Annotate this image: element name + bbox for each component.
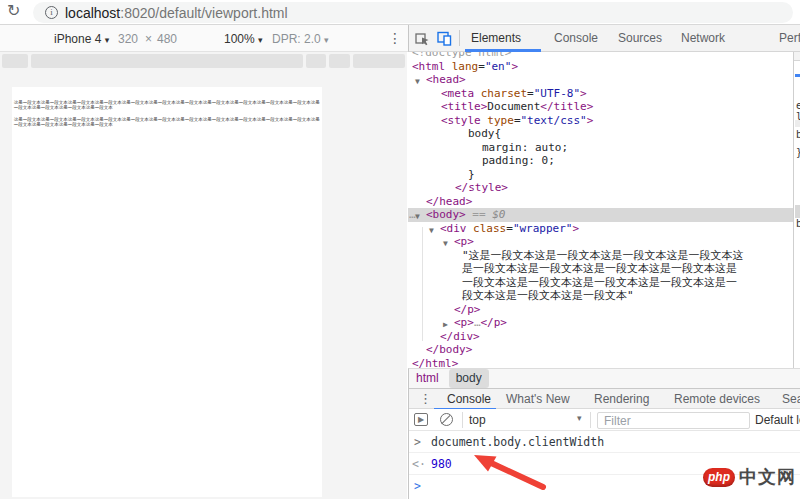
devtools-tab-console[interactable]: Console xyxy=(554,25,598,51)
code-token: </div> xyxy=(440,330,480,343)
tree-line[interactable]: </body> xyxy=(408,343,793,357)
device-toolbar-menu-icon[interactable]: ⋮ xyxy=(388,30,402,46)
code-token: "UTF-8" xyxy=(534,87,580,100)
device-emulation-area: 这是一段文本这是一段文本这是一段文本这是一段文本这是一段文本这是一段文本这是一段… xyxy=(0,52,407,499)
code-token: Document xyxy=(487,100,540,113)
code-token: <html xyxy=(412,60,445,73)
devtools-tab-performan[interactable]: Performan xyxy=(779,25,800,51)
tree-line[interactable]: …▼<body> == $0 xyxy=(408,208,793,222)
code-token: = xyxy=(514,114,521,127)
code-token: "en" xyxy=(485,60,512,73)
code-token: = xyxy=(478,60,485,73)
styles-sidebar-sliver: elb}b xyxy=(793,52,800,368)
tree-line[interactable]: </style> xyxy=(408,181,793,195)
code-token: <p> xyxy=(454,316,474,329)
devtools-tab-sources[interactable]: Sources xyxy=(618,25,662,51)
context-select[interactable]: top xyxy=(469,413,486,427)
log-levels-select[interactable]: Default le xyxy=(755,413,800,427)
code-token: <body> xyxy=(426,208,466,221)
divider xyxy=(459,30,460,46)
breadcrumb-item-body[interactable]: body xyxy=(449,369,489,388)
tree-line[interactable]: } xyxy=(408,168,793,182)
browser-address-bar: ↻ i localhost:8020/default/viewport.html xyxy=(0,0,800,25)
code-token: </p> xyxy=(454,303,481,316)
console-toolbar: ▶ top ▾ Default le xyxy=(409,409,800,431)
tree-line[interactable]: <title>Document</title> xyxy=(408,100,793,114)
drawer-tab-rendering[interactable]: Rendering xyxy=(594,389,649,409)
red-arrow-annotation xyxy=(455,447,575,499)
page-info-icon[interactable]: i xyxy=(45,6,58,19)
dpr-select[interactable]: DPR: 2.0 ▾ xyxy=(272,32,329,46)
tree-line[interactable]: ▼<div class="wrapper"> xyxy=(408,222,793,236)
php-logo: php xyxy=(703,468,735,487)
tree-line[interactable]: "这是一段文本这是一段文本这是一段文本这是一段文本这是一段文本这是一段文本这是一… xyxy=(408,249,744,303)
code-token: margin: auto; xyxy=(482,141,568,154)
drawer-tab-console[interactable]: Console xyxy=(447,389,491,409)
console-return-icon: <· xyxy=(412,457,426,471)
tree-line[interactable]: </div> xyxy=(408,330,793,344)
drawer-tab-sea[interactable]: Sea xyxy=(782,389,800,409)
code-token: <p> xyxy=(454,235,474,248)
tree-line[interactable]: </html> xyxy=(408,357,793,369)
code-token: lang xyxy=(445,60,478,73)
viewport-times-label: × xyxy=(145,32,152,46)
console-filter-input[interactable] xyxy=(597,412,750,429)
code-token: </body> xyxy=(426,343,472,356)
styles-text-fragment: b xyxy=(796,129,800,140)
reload-icon[interactable]: ↻ xyxy=(7,1,20,20)
drawer-menu-icon[interactable]: ⋮ xyxy=(419,391,432,406)
styles-tabbar-fragment xyxy=(794,52,800,61)
device-select[interactable]: iPhone 4 ▾ xyxy=(54,32,109,46)
tree-line[interactable]: <meta charset="UTF-8"> xyxy=(408,87,793,101)
divider xyxy=(590,412,591,428)
tree-line[interactable]: </head> xyxy=(408,195,793,209)
device-page-content: 这是一段文本这是一段文本这是一段文本这是一段文本这是一段文本这是一段文本这是一段… xyxy=(12,100,322,127)
browser-window: ↻ i localhost:8020/default/viewport.html… xyxy=(0,0,800,499)
viewport-width-field[interactable]: 320 xyxy=(118,32,138,46)
code-token: <title> xyxy=(441,100,487,113)
code-token: <meta xyxy=(441,87,474,100)
drawer-tab-remote-devices[interactable]: Remote devices xyxy=(674,389,760,409)
drawer-tab-what-s-new[interactable]: What's New xyxy=(506,389,570,409)
devtools-tab-network[interactable]: Network xyxy=(681,25,725,51)
elements-panel[interactable]: <!doctype html><html lang="en">▼<head><m… xyxy=(408,52,793,368)
code-token: > xyxy=(511,60,518,73)
tree-line[interactable]: ▼<head> xyxy=(408,73,793,87)
inspect-element-icon[interactable] xyxy=(415,31,430,46)
chevron-down-icon: ▾ xyxy=(258,35,263,45)
code-token: </head> xyxy=(426,195,472,208)
code-token: = xyxy=(527,87,534,100)
tree-line[interactable]: padding: 0; xyxy=(408,154,793,168)
device-toolbar-toggle-icon[interactable] xyxy=(437,31,452,46)
tree-line[interactable]: <!doctype html> xyxy=(408,52,793,60)
breadcrumb-item-html[interactable]: html xyxy=(409,369,446,388)
zoom-select[interactable]: 100% ▾ xyxy=(224,32,263,46)
device-chrome-block xyxy=(31,54,303,68)
code-token: charset xyxy=(474,87,527,100)
code-token: $0 xyxy=(492,208,505,221)
code-token: "text/css" xyxy=(521,114,587,127)
styles-tab-underline-fragment xyxy=(795,74,800,77)
device-screen[interactable]: 这是一段文本这是一段文本这是一段文本这是一段文本这是一段文本这是一段文本这是一段… xyxy=(12,87,322,497)
styles-text-fragment: l xyxy=(796,111,800,122)
devtools-tab-elements[interactable]: Elements xyxy=(471,25,521,51)
tree-line[interactable]: margin: auto; xyxy=(408,141,793,155)
tree-line[interactable]: ▼<p> xyxy=(408,235,793,249)
code-token: type xyxy=(481,114,514,127)
page-paragraph-2: 这是一段文本这是一段文本这是一段文本这是一段文本这是一段文本这是一段文本这是一段… xyxy=(14,117,320,128)
tree-line[interactable]: </p> xyxy=(408,303,793,317)
code-token: padding: 0; xyxy=(482,154,555,167)
execution-context-icon[interactable]: ▶ xyxy=(414,413,428,426)
viewport-height-field[interactable]: 480 xyxy=(157,32,177,46)
code-token: <style xyxy=(441,114,481,127)
clear-console-icon[interactable] xyxy=(440,413,453,426)
tree-line[interactable]: <html lang="en"> xyxy=(408,60,793,74)
tree-line[interactable]: ▶<p>…</p> xyxy=(408,316,793,330)
tree-line[interactable]: <style type="text/css"> xyxy=(408,114,793,128)
code-token: … xyxy=(474,316,481,329)
drawer-tabbar: ⋮ ConsoleWhat's NewRenderingRemote devic… xyxy=(409,388,800,409)
url-pill[interactable]: i localhost:8020/default/viewport.html xyxy=(33,2,793,23)
url-text[interactable]: localhost:8020/default/viewport.html xyxy=(65,5,288,21)
breadcrumb: htmlbody xyxy=(408,368,800,388)
tree-line[interactable]: body{ xyxy=(408,127,793,141)
